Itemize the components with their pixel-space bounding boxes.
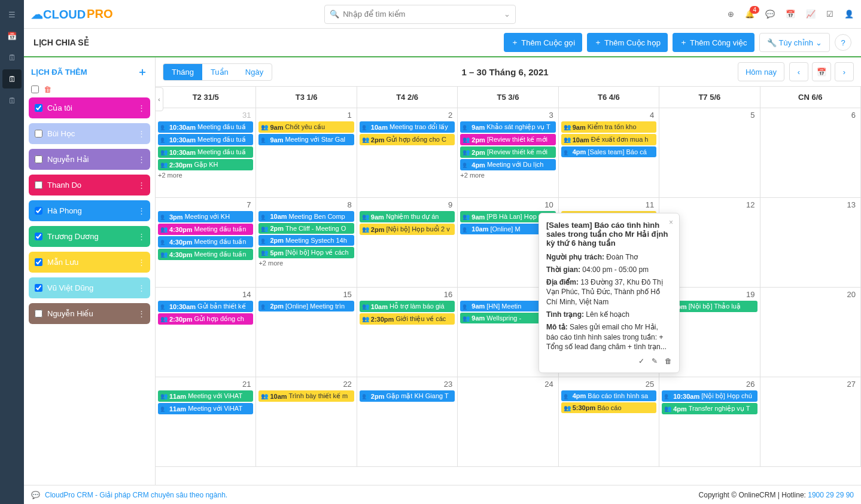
day-cell[interactable]: 31👥 10:30am Meeting đầu tuầ👥 10:30am Mee… [156,108,256,198]
day-cell[interactable]: 24 [458,377,558,467]
calendar-event[interactable]: 👥 2pm [Online] Meeting trìn [258,301,354,311]
calendar-event[interactable]: 👥 9am Chốt yêu cầu [258,121,354,133]
calendar-event[interactable]: 👥 9am Kiểm tra tồn kho [561,121,656,133]
day-cell[interactable]: 8👥 10am Meeting Ben Comp👥 2pm The Cliff … [256,198,357,288]
calendar-event[interactable]: 👥 11am Meeting với ViHAT [158,403,253,414]
calendar-item[interactable]: Mẫn Lưu⋮ [29,252,150,273]
more-icon[interactable]: ⋮ [138,258,145,267]
rail-calendar2-icon[interactable]: 🗓 [2,48,22,67]
rail-shared-calendar-icon[interactable]: 🗓 [2,69,22,88]
next-button[interactable]: › [835,62,854,81]
calendar-icon[interactable]: 📅 [786,10,795,19]
day-cell[interactable]: 2👥 10am Meeting trao đổi lấy👥 2pm Gửi hợ… [357,108,458,198]
day-cell[interactable]: 21👥 11am Meeting với ViHAT👥 11am Meeting… [156,377,256,467]
day-cell[interactable]: 20 [760,288,861,377]
calendar-event[interactable]: 👥 2pm Gửi hợp đồng cho C [360,134,455,145]
edit-icon[interactable]: ✎ [652,357,658,365]
today-button[interactable]: Hôm nay [738,62,784,81]
more-icon[interactable]: ⋮ [138,309,145,318]
calendar-event[interactable]: 👥 4:30pm Meeting đầu tuần [158,236,253,248]
chevron-down-icon[interactable]: ⌄ [504,10,510,19]
calendar-checkbox[interactable] [35,181,42,189]
more-icon[interactable]: ⋮ [138,232,145,241]
calendar-item[interactable]: Bùi Học⋮ [29,123,150,144]
more-icon[interactable]: ⋮ [138,181,145,190]
calendar-event[interactable]: 👥 9am Khảo sát nghiệp vụ T [460,121,555,133]
calendar-event[interactable]: 👥 4:30pm Meeting đầu tuần [158,249,253,260]
prev-button[interactable]: ‹ [789,62,808,81]
messenger-icon[interactable]: 💬 [31,491,40,499]
day-cell[interactable]: 22👥 10am Trình bày thiết kế m [256,377,357,467]
day-cell[interactable]: 14👥 10:30am Gửi bản thiết kế👥 2:30pm Gửi… [156,288,256,377]
calendar-event[interactable]: 👥 4:30pm Meeting đầu tuần [158,224,253,235]
datepicker-button[interactable]: 📅 [812,62,831,81]
calendar-checkbox[interactable] [35,155,42,163]
trash-icon[interactable]: 🗑 [665,357,672,365]
footer-hotline[interactable]: 1900 29 29 90 [808,491,854,499]
day-cell[interactable]: 7👥 3pm Meeting với KH👥 4:30pm Meeting đầ… [156,198,256,288]
calendar-item[interactable]: Nguyễn Hải⋮ [29,149,150,170]
day-cell[interactable]: 9👥 9am Nghiệm thu dự án👥 2pm [Nội bộ] Họ… [357,198,458,288]
calendar-event[interactable]: 👥 10:30am Meeting đầu tuầ [158,121,253,133]
calendar-event[interactable]: 👥 4pm Báo cáo tình hình sa [561,390,656,401]
complete-icon[interactable]: ✓ [638,357,644,365]
calendar-event[interactable]: 👥 10am Meeting trao đổi lấy [360,121,455,133]
more-events-link[interactable]: +2 more [460,172,555,179]
rail-calendar-icon[interactable]: 📅 [2,26,22,45]
tab-day[interactable]: Ngày [237,64,272,80]
more-icon[interactable]: ⋮ [138,283,145,292]
calendar-item[interactable]: Trương Dương⋮ [29,226,150,247]
close-icon[interactable]: × [669,218,673,227]
calendar-checkbox[interactable] [35,258,42,266]
calendar-event[interactable]: 👥 3pm Meeting với KH [158,211,253,222]
day-cell[interactable]: 26👥 10:30am [Nội bộ] Họp chú👥 4pm Transf… [659,377,760,467]
calendar-event[interactable]: 👥 9am Nghiệm thu dự án [360,211,455,222]
day-cell[interactable]: 16👥 10am Hỗ trợ làm báo giá👥 2:30pm Giới… [357,288,458,377]
bell-icon[interactable]: 🔔4 [745,10,754,19]
calendar-event[interactable]: 👥 4pm [Sales team] Báo cá [561,146,656,157]
day-cell[interactable]: 27 [760,377,861,467]
day-cell[interactable]: 3👥 9am Khảo sát nghiệp vụ T👥 2pm [Review… [458,108,558,198]
calendar-item[interactable]: Vũ Việt Dũng⋮ [29,277,150,298]
day-cell[interactable]: 25👥 4pm Báo cáo tình hình sa👥 5:30pm Báo… [559,377,659,467]
calendar-event[interactable]: 👥 4pm Transfer nghiệp vụ T [662,403,757,414]
more-events-link[interactable]: +2 more [158,172,253,179]
calendar-event[interactable]: 👥 2pm [Review thiết kế mới [460,146,555,158]
more-icon[interactable]: ⋮ [138,103,145,112]
calendar-event[interactable]: 👥 10:30am Meeting đầu tuầ [158,134,253,145]
day-cell[interactable]: 13 [760,198,861,288]
rail-calendar3-icon[interactable]: 🗓 [2,91,22,110]
tab-month[interactable]: Tháng [163,64,202,80]
calendar-event[interactable]: 👥 10:30am Meeting đầu tuầ [158,146,253,158]
more-events-link[interactable]: +2 more [258,259,354,267]
calendar-checkbox[interactable] [35,207,42,215]
delete-icon[interactable]: 🗑 [44,85,51,94]
calendar-event[interactable]: 👥 10am Đề xuất đơn mua h [561,134,656,145]
user-icon[interactable]: 👤 [844,10,854,19]
help-icon[interactable]: ? [835,34,851,51]
calendar-event[interactable]: 👥 2:30pm Gửi hợp đồng ch [158,313,253,325]
more-icon[interactable]: ⋮ [138,155,145,164]
calendar-checkbox[interactable] [35,104,42,112]
day-cell[interactable]: 6 [760,108,861,198]
calendar-event[interactable]: 👥 10am Trình bày thiết kế m [258,390,354,402]
rail-menu-icon[interactable]: ☰ [2,5,22,24]
calendar-checkbox[interactable] [35,130,42,138]
calendar-event[interactable]: 👥 5pm [Nội bộ] Họp về cách [258,247,354,258]
add-call-button[interactable]: ＋ Thêm Cuộc gọi [504,33,582,52]
calendar-event[interactable]: 👥 4pm Meeting với Du lịch [460,159,555,170]
calendar-event[interactable]: 👥 2:30pm Giới thiệu về các [360,313,455,325]
add-calendar-icon[interactable]: ＋ [137,65,148,79]
calendar-event[interactable]: 👥 5:30pm Báo cáo [561,402,656,413]
calendar-checkbox[interactable] [35,310,42,317]
day-cell[interactable]: 23👥 2pm Gặp mặt KH Giang T [357,377,458,467]
calendar-item[interactable]: Nguyễn Hiếu⋮ [29,303,150,324]
calendar-event[interactable]: 👥 10:30am Gửi bản thiết kế [158,301,253,312]
search-box[interactable]: 🔍 ⌄ [324,5,516,24]
day-cell[interactable]: 15👥 2pm [Online] Meeting trìn [256,288,357,377]
calendar-event[interactable]: 👥 10:30am [Nội bộ] Họp chú [662,390,757,402]
calendar-event[interactable]: 👥 10am Meeting Ben Comp [258,211,354,222]
calendar-event[interactable]: 👥 11am Meeting với ViHAT [158,390,253,402]
calendar-event[interactable]: 👥 2:30pm Gặp KH [158,159,253,170]
customize-button[interactable]: 🔧 Tùy chỉnh ⌄ [759,33,830,52]
